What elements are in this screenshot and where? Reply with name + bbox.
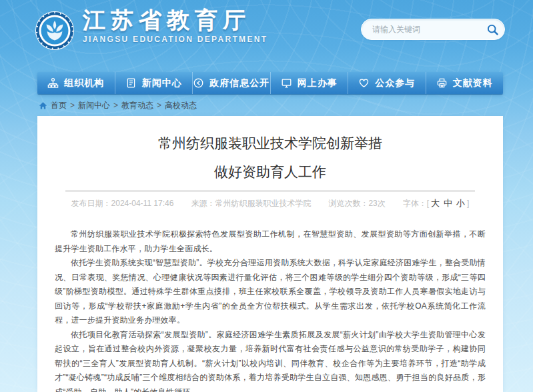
font-size-large-button[interactable]: 大 — [431, 198, 440, 208]
publish-date-label: 发布日期： — [71, 199, 111, 208]
font-size-small-button[interactable]: 小 — [456, 198, 465, 208]
breadcrumb-separator: > — [113, 101, 118, 110]
site-title: 江苏省教育厅 — [83, 7, 268, 33]
breadcrumb-separator: > — [157, 101, 161, 110]
nav-label: 文献资料 — [453, 77, 493, 89]
nav-label: 组织机构 — [64, 77, 104, 89]
nav-item-online-services[interactable]: 网上办事 — [271, 72, 349, 94]
breadcrumb-item-home[interactable]: 首页 — [51, 100, 67, 111]
article-title-line1: 常州纺织服装职业技术学院创新举措 — [55, 133, 486, 153]
page: 江苏省教育厅 JIANGSU EDUCATION DEPARTMENT — [0, 0, 533, 392]
breadcrumb-separator: > — [70, 101, 75, 110]
article-body: 常州纺织服装职业技术学院积极探索特色发展型资助工作机制，在智慧型资助、发展型资助… — [55, 227, 486, 392]
article-paragraph-3: 依托项目化教育活动探索“发展型资助”。家庭经济困难学生素质拓展及发展“薪火计划”… — [55, 328, 486, 392]
site-title-block: 江苏省教育厅 JIANGSU EDUCATION DEPARTMENT — [83, 7, 268, 44]
article-paragraph-2: 依托学生资助系统实现“智慧型资助”。学校充分合理运用资助系统大数据，科学认定家庭… — [55, 256, 486, 328]
magnifier-icon — [486, 23, 499, 36]
search-button[interactable] — [480, 20, 504, 39]
article-title-line2: 做好资助育人工作 — [55, 162, 486, 182]
source-label: 来源： — [191, 199, 215, 208]
printer-icon — [436, 77, 448, 89]
search-input[interactable] — [362, 25, 480, 34]
nav-item-public-participation[interactable]: 公众参与 — [348, 72, 426, 94]
font-size-medium-button[interactable]: 中 — [444, 198, 452, 208]
breadcrumb: 首页 > 新闻中心 > 教育动态 > 高校动态 — [39, 100, 533, 111]
search-box — [361, 19, 505, 40]
breadcrumb-item-university-updates: 高校动态 — [165, 100, 197, 111]
home-icon[interactable] — [39, 101, 47, 110]
site-header: 江苏省教育厅 JIANGSU EDUCATION DEPARTMENT — [0, 0, 533, 61]
monitor-icon — [281, 77, 292, 89]
view-count: 浏览次数：23次 — [328, 198, 385, 209]
source: 来源：常州纺织服装职业技术学院 — [191, 198, 311, 209]
breadcrumb-item-news-center[interactable]: 新闻中心 — [78, 100, 110, 111]
font-size-bracket-close: ] — [467, 199, 469, 208]
org-chart-icon — [47, 77, 59, 89]
font-size-label: 字体： — [403, 199, 427, 208]
heart-icon — [358, 77, 370, 89]
news-doc-icon — [125, 77, 137, 89]
main-nav: 组织机构 新闻中心 政府信息公开 — [37, 72, 503, 94]
publish-date: 发布日期：2024-04-11 17:46 — [71, 198, 174, 209]
nav-label: 新闻中心 — [142, 77, 182, 89]
site-logo-icon[interactable] — [35, 11, 75, 51]
font-size-bracket-open: [ — [427, 199, 429, 208]
breadcrumb-item-education-updates[interactable]: 教育动态 — [121, 100, 153, 111]
nav-item-documents[interactable]: 文献资料 — [426, 72, 504, 94]
source-value: 常州纺织服装职业技术学院 — [215, 199, 311, 208]
site-subtitle: JIANGSU EDUCATION DEPARTMENT — [83, 35, 268, 44]
title-divider — [65, 191, 475, 191]
article-meta: 发布日期：2024-04-11 17:46 来源：常州纺织服装职业技术学院 浏览… — [55, 197, 486, 209]
article-panel: 常州纺织服装职业技术学院创新举措 做好资助育人工作 发布日期：2024-04-1… — [37, 116, 503, 392]
font-size-control: 字体：[大中小] — [403, 197, 470, 209]
nav-label: 网上办事 — [298, 77, 338, 89]
nav-item-news-center[interactable]: 新闻中心 — [115, 72, 193, 94]
nav-item-organization[interactable]: 组织机构 — [37, 72, 115, 94]
view-count-value: 23次 — [368, 199, 385, 208]
article-paragraph-1: 常州纺织服装职业技术学院积极探索特色发展型资助工作机制，在智慧型资助、发展型资助… — [55, 227, 486, 256]
nav-label: 政府信息公开 — [209, 77, 270, 89]
article-title: 常州纺织服装职业技术学院创新举措 做好资助育人工作 — [55, 133, 486, 182]
nav-item-gov-info-disclosure[interactable]: 政府信息公开 — [193, 72, 271, 94]
publish-date-value: 2024-04-11 17:46 — [111, 199, 174, 208]
nav-label: 公众参与 — [375, 77, 415, 89]
view-count-label: 浏览次数： — [328, 199, 368, 208]
info-circle-icon — [193, 77, 204, 89]
